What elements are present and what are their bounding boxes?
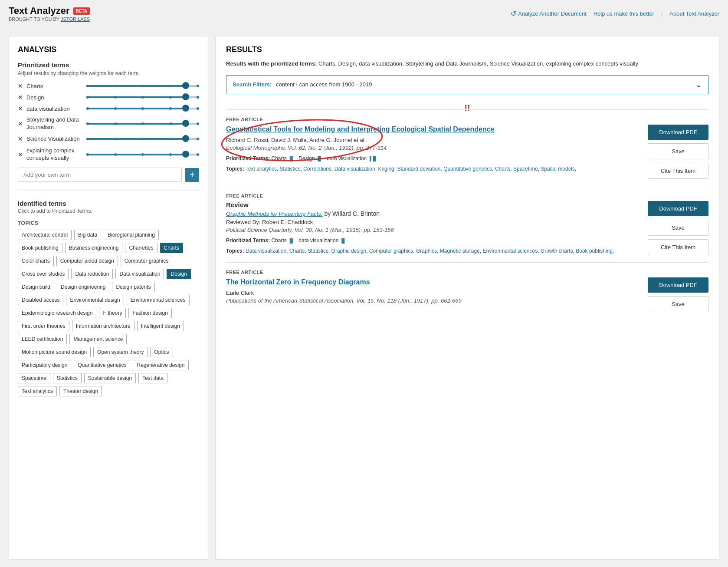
article-1-cite-btn[interactable]: Cite This Item bbox=[648, 163, 708, 179]
tag-design[interactable]: Design bbox=[167, 269, 190, 279]
tag-text-analytics[interactable]: Text analytics bbox=[18, 386, 57, 396]
app-title: Text Analyzer bbox=[9, 5, 70, 16]
topic-link[interactable]: Statistics bbox=[280, 166, 301, 172]
tag-epidemiologic-research-design[interactable]: Epidemiologic research design bbox=[18, 308, 96, 318]
add-term-input[interactable] bbox=[18, 168, 182, 182]
tag-sustainable-design[interactable]: Sustainable design bbox=[84, 373, 136, 383]
term-remove-science-viz[interactable]: ✕ bbox=[18, 135, 23, 142]
tag-cross-over-studies[interactable]: Cross over studies bbox=[18, 269, 69, 279]
tag-computer-graphics[interactable]: Computer graphics bbox=[121, 256, 172, 266]
tag-design-patents[interactable]: Design patents bbox=[112, 282, 154, 292]
tag-first-order-theories[interactable]: First order theories bbox=[18, 321, 69, 331]
slider-data-viz[interactable] bbox=[86, 107, 199, 110]
topic-link[interactable]: Graphics bbox=[416, 248, 437, 254]
tag-regenerative-design[interactable]: Regenerative design bbox=[133, 360, 188, 370]
tag-management-science[interactable]: Management science bbox=[69, 334, 127, 344]
article-1-title[interactable]: Geostatistical Tools for Modeling and In… bbox=[226, 125, 641, 134]
article-2-title-link[interactable]: Graphic Methods for Presenting Facts. bbox=[226, 211, 323, 217]
article-1-content: Geostatistical Tools for Modeling and In… bbox=[226, 125, 708, 179]
slider-explaining[interactable] bbox=[86, 153, 199, 156]
header-brand: Text Analyzer BETA BROUGHT TO YOU BY JST… bbox=[9, 5, 90, 22]
term-remove-explaining[interactable]: ✕ bbox=[18, 151, 23, 158]
topic-link[interactable]: Spacetime bbox=[513, 166, 538, 172]
topic-link[interactable]: Data visualization bbox=[334, 166, 375, 172]
tag-test-data[interactable]: Test data bbox=[138, 373, 167, 383]
term-row-design: ✕ Design bbox=[18, 94, 199, 101]
tag-optics[interactable]: Optics bbox=[150, 347, 173, 357]
topic-link[interactable]: Magnetic storage bbox=[440, 248, 480, 254]
term-remove-data-viz[interactable]: ✕ bbox=[18, 105, 23, 112]
article-2-save-btn[interactable]: Save bbox=[648, 220, 708, 236]
article-2-download-btn[interactable]: Download PDF bbox=[648, 201, 708, 216]
term-remove-design[interactable]: ✕ bbox=[18, 94, 23, 101]
dataviz-bar-icon: ▐▐▌ bbox=[368, 156, 377, 161]
term-remove-charts[interactable]: ✕ bbox=[18, 82, 23, 89]
article-3-save-btn[interactable]: Save bbox=[648, 296, 708, 312]
article-2-actions: Download PDF Save Cite This Item bbox=[648, 201, 708, 255]
tag-fashion-design[interactable]: Fashion design bbox=[128, 308, 171, 318]
tag-spacetime[interactable]: Spacetime bbox=[18, 373, 50, 383]
topic-link[interactable]: Book publishing bbox=[576, 248, 613, 254]
about-link[interactable]: About Text Analyzer bbox=[669, 10, 719, 17]
tag-quantitative-genetics[interactable]: Quantitative genetics bbox=[74, 360, 130, 370]
tag-color-charts[interactable]: Color charts bbox=[18, 256, 54, 266]
tag-bioregional-planning[interactable]: Bioregional planning bbox=[104, 230, 159, 240]
tag-leed-certification[interactable]: LEED certification bbox=[18, 334, 67, 344]
header-left: Text Analyzer BETA BROUGHT TO YOU BY JST… bbox=[9, 5, 90, 22]
slider-science-viz[interactable] bbox=[86, 138, 199, 140]
tag-architectural-control[interactable]: Architectural control bbox=[18, 230, 72, 240]
add-term-button[interactable]: + bbox=[185, 168, 199, 182]
article-1-save-btn[interactable]: Save bbox=[648, 143, 708, 159]
topic-link[interactable]: Charts bbox=[495, 166, 510, 172]
tag-data-visualization[interactable]: Data visualization bbox=[115, 269, 164, 279]
tag-theater-design[interactable]: Theater design bbox=[59, 386, 102, 396]
slider-storytelling[interactable] bbox=[86, 122, 199, 125]
article-2-badge: FREE ARTICLE bbox=[226, 193, 708, 198]
topic-link[interactable]: Text analytics bbox=[246, 166, 277, 172]
slider-design[interactable] bbox=[86, 96, 199, 99]
topic-link[interactable]: Statistics bbox=[308, 248, 328, 254]
tag-intelligent-design[interactable]: Intelligent design bbox=[137, 321, 184, 331]
tag-participatory-design[interactable]: Participatory design bbox=[18, 360, 71, 370]
tag-business-engineering[interactable]: Business engineering bbox=[65, 243, 123, 253]
tag-data-reduction[interactable]: Data reduction bbox=[71, 269, 113, 279]
article-3-download-btn[interactable]: Download PDF bbox=[648, 277, 708, 293]
topic-link[interactable]: Growth charts bbox=[541, 248, 573, 254]
article-3-title[interactable]: The Horizontal Zero in Frequency Diagram… bbox=[226, 277, 641, 287]
search-filters-bar[interactable]: Search Filters: content I can access fro… bbox=[226, 75, 708, 94]
topic-link[interactable]: Computer graphics bbox=[369, 248, 413, 254]
tag-statistics[interactable]: Statistics bbox=[53, 373, 82, 383]
tag-book-publishing[interactable]: Book publishing bbox=[18, 243, 62, 253]
tag-open-system-theory[interactable]: Open system theory bbox=[93, 347, 148, 357]
topic-link[interactable]: Correlations bbox=[303, 166, 331, 172]
topic-link[interactable]: Standard deviation bbox=[397, 166, 440, 172]
topic-link[interactable]: Data visualization bbox=[246, 248, 286, 254]
article-2-cite-btn[interactable]: Cite This Item bbox=[648, 239, 708, 255]
topic-link[interactable]: Spatial models bbox=[541, 166, 575, 172]
tag-disabled-access[interactable]: Disabled access bbox=[18, 295, 63, 305]
search-filters-label: Search Filters: bbox=[233, 81, 272, 88]
topic-link[interactable]: Kriging bbox=[378, 166, 394, 172]
main-container: ANALYSIS Prioritized terms Adjust result… bbox=[0, 27, 728, 567]
tag-design-build[interactable]: Design build bbox=[18, 282, 54, 292]
tag-f-theory[interactable]: F theory bbox=[99, 308, 126, 318]
tag-charrettes[interactable]: Charrettes bbox=[125, 243, 157, 253]
analyze-another-link[interactable]: ↺ Analyze Another Document bbox=[511, 10, 587, 18]
tag-computer-aided-design[interactable]: Computer aided design bbox=[56, 256, 118, 266]
topic-link[interactable]: Graphic design bbox=[331, 248, 367, 254]
tag-charts[interactable]: Charts bbox=[160, 243, 183, 253]
tag-environmental-design[interactable]: Environmental design bbox=[66, 295, 124, 305]
article-1-download-btn[interactable]: Download PDF bbox=[648, 125, 708, 140]
tag-environmental-sciences[interactable]: Environmental sciences bbox=[127, 295, 190, 305]
tag-information-architecture[interactable]: Information architecture bbox=[72, 321, 134, 331]
tag-big-data[interactable]: Big data bbox=[74, 230, 101, 240]
slider-charts[interactable] bbox=[86, 85, 199, 87]
jstor-labs-link[interactable]: JSTOR LABS bbox=[61, 16, 90, 22]
help-link[interactable]: Help us make this better bbox=[594, 10, 654, 17]
topic-link[interactable]: Charts bbox=[289, 248, 305, 254]
topic-link[interactable]: Environmental sciences bbox=[482, 248, 538, 254]
topic-link[interactable]: Quantitative genetics bbox=[443, 166, 492, 172]
term-remove-storytelling[interactable]: ✕ bbox=[18, 120, 23, 127]
tag-design-engineering[interactable]: Design engineering bbox=[57, 282, 109, 292]
tag-motion-picture-sound-design[interactable]: Motion picture sound design bbox=[18, 347, 91, 357]
